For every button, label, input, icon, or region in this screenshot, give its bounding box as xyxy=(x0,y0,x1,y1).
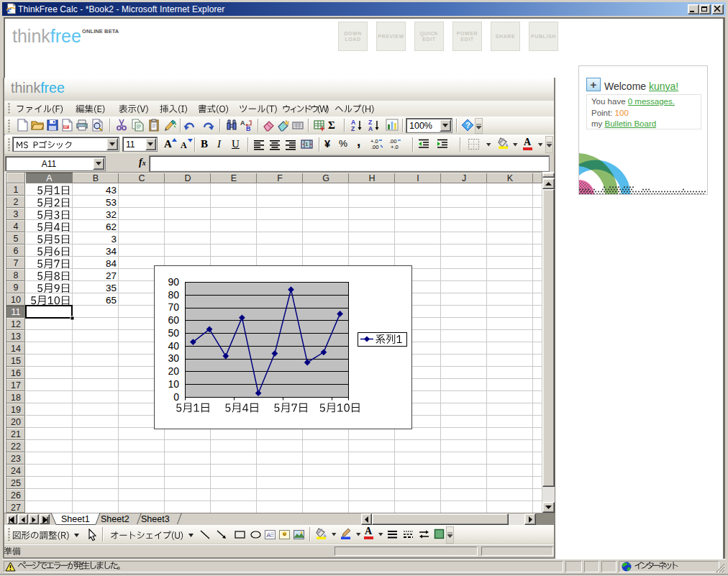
svg-text:15: 15 xyxy=(11,356,21,366)
svg-text:G: G xyxy=(322,173,329,183)
svg-text:Sheet3: Sheet3 xyxy=(141,514,170,524)
svg-text:Sheet1: Sheet1 xyxy=(61,514,90,524)
svg-text:20: 20 xyxy=(168,365,179,377)
svg-text:1: 1 xyxy=(14,185,19,195)
svg-text:5: 5 xyxy=(14,234,19,244)
svg-text:Sheet2: Sheet2 xyxy=(101,514,129,524)
svg-text:2: 2 xyxy=(14,197,19,207)
svg-text:A: A xyxy=(240,119,245,127)
svg-text:50: 50 xyxy=(168,327,179,339)
svg-text:A: A xyxy=(46,173,53,183)
svg-text:F: F xyxy=(277,173,283,183)
svg-text:8: 8 xyxy=(14,270,19,280)
svg-text:70: 70 xyxy=(168,301,179,313)
svg-text:H: H xyxy=(368,173,375,183)
svg-text:4: 4 xyxy=(14,221,19,232)
svg-text:43: 43 xyxy=(106,185,117,196)
svg-text:24: 24 xyxy=(11,466,21,476)
svg-text:11: 11 xyxy=(12,307,21,317)
svg-text:14: 14 xyxy=(11,344,21,354)
svg-text:+.0: +.0 xyxy=(391,144,399,150)
svg-text:90: 90 xyxy=(168,276,179,288)
svg-text:K: K xyxy=(507,173,514,183)
svg-text:25: 25 xyxy=(11,478,21,488)
svg-text:.00: .00 xyxy=(371,144,378,150)
svg-text:?: ? xyxy=(465,121,470,129)
svg-text:13: 13 xyxy=(11,332,21,342)
svg-text:10: 10 xyxy=(168,378,179,390)
svg-text:53: 53 xyxy=(106,197,117,208)
svg-text:12: 12 xyxy=(11,319,21,329)
svg-text:27: 27 xyxy=(106,270,117,281)
svg-text:34: 34 xyxy=(106,246,117,257)
svg-text:22: 22 xyxy=(11,442,21,452)
svg-text:16: 16 xyxy=(11,368,21,378)
svg-text:32: 32 xyxy=(106,209,117,220)
svg-text:A: A xyxy=(267,531,271,539)
svg-text:10: 10 xyxy=(11,295,21,305)
svg-text:60: 60 xyxy=(168,314,179,326)
svg-text:17: 17 xyxy=(11,380,21,390)
svg-text:A: A xyxy=(368,125,373,132)
svg-text:6: 6 xyxy=(14,246,19,256)
svg-text:62: 62 xyxy=(106,221,117,232)
svg-text:27: 27 xyxy=(11,503,21,513)
svg-text:21: 21 xyxy=(11,429,21,439)
svg-text:19: 19 xyxy=(11,405,21,415)
svg-text:Z: Z xyxy=(351,125,355,132)
svg-text:20: 20 xyxy=(11,417,21,427)
svg-text:E: E xyxy=(231,173,237,183)
svg-text:40: 40 xyxy=(168,340,179,352)
svg-text:23: 23 xyxy=(11,454,21,464)
svg-text:30: 30 xyxy=(168,352,179,364)
svg-text:0: 0 xyxy=(173,391,179,403)
svg-text:9: 9 xyxy=(14,283,19,293)
svg-text:B: B xyxy=(93,173,99,183)
svg-text:1: 1 xyxy=(305,142,308,147)
svg-text:3: 3 xyxy=(14,209,19,219)
svg-text:J: J xyxy=(462,173,466,183)
svg-text:C: C xyxy=(138,173,145,183)
svg-text:I: I xyxy=(417,173,419,183)
svg-text:26: 26 xyxy=(11,490,21,500)
svg-text:35: 35 xyxy=(106,283,117,293)
svg-text:84: 84 xyxy=(106,258,117,269)
svg-text:7: 7 xyxy=(14,258,19,268)
svg-text:65: 65 xyxy=(106,295,117,306)
svg-text:3: 3 xyxy=(111,234,117,244)
svg-text:D: D xyxy=(184,173,191,183)
svg-text:80: 80 xyxy=(168,289,179,301)
svg-text:18: 18 xyxy=(11,393,21,403)
